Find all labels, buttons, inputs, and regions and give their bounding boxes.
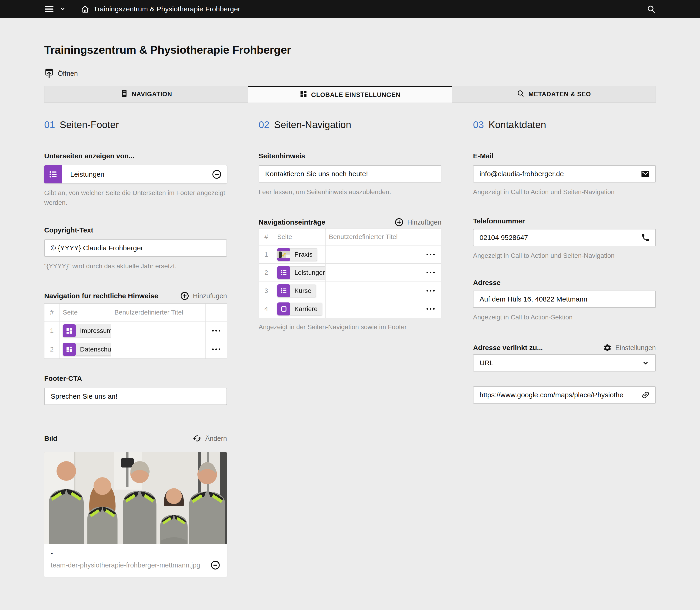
subpages-page-picker[interactable]: Leistungen bbox=[44, 165, 227, 183]
page-chip-label: Datenschutz bbox=[75, 343, 111, 356]
table-row: 2 Datenschutz bbox=[44, 340, 227, 358]
chevron-down-icon bbox=[641, 359, 650, 367]
add-nav-entry-button[interactable]: Hinzufügen bbox=[394, 218, 441, 227]
table-row: 3 Kurse bbox=[259, 282, 441, 300]
address-label: Adresse bbox=[473, 278, 656, 287]
nav-entries-table: # Seite Benutzerdefinierter Titel 1 bbox=[259, 228, 441, 318]
subpages-value: Leistungen bbox=[70, 171, 105, 178]
remove-circle-icon[interactable] bbox=[212, 169, 222, 179]
list-icon bbox=[277, 266, 290, 279]
phone-input[interactable] bbox=[473, 229, 656, 246]
address-link-label: Adresse verlinkt zu... bbox=[473, 343, 543, 352]
page-chip-karriere[interactable]: Karriere bbox=[277, 302, 322, 316]
col-num: # bbox=[259, 228, 274, 245]
address-link-settings-button[interactable]: Einstellungen bbox=[603, 343, 656, 352]
nav-entries-label: Navigationseinträge bbox=[259, 218, 325, 226]
phone-help: Angezeigt in Call to Action und Seiten-N… bbox=[473, 251, 656, 261]
col-custom-title: Benutzerdefinierter Titel bbox=[325, 228, 420, 245]
footer-cta-input[interactable] bbox=[44, 388, 227, 405]
table-row: 4 Karriere bbox=[259, 300, 441, 318]
column-kontaktdaten: 03Kontaktdaten E-Mail Angezeigt in Call … bbox=[473, 118, 656, 404]
settings-columns: 01Seiten-Footer Unterseiten anzeigen von… bbox=[44, 118, 656, 577]
section-title: 03Kontaktdaten bbox=[473, 118, 656, 131]
page-chip-kurse[interactable]: Kurse bbox=[277, 284, 316, 297]
page-chip-leistungen[interactable]: Leistungen bbox=[277, 266, 325, 279]
row-number: 1 bbox=[259, 245, 274, 263]
row-actions-button[interactable] bbox=[205, 321, 227, 340]
bild-label: Bild bbox=[44, 434, 58, 443]
change-image-button[interactable]: Ändern bbox=[193, 434, 227, 443]
seitenhinweis-group: Seitenhinweis Leer lassen, um Seitenhinw… bbox=[259, 152, 441, 197]
legal-nav-table: # Seite Benutzerdefinierter Titel 1 bbox=[44, 303, 227, 359]
hamburger-menu-icon[interactable] bbox=[44, 5, 54, 13]
add-legal-page-button[interactable]: Hinzufügen bbox=[180, 291, 227, 301]
list-icon bbox=[277, 284, 290, 297]
grid-icon bbox=[63, 324, 76, 337]
custom-title-cell[interactable] bbox=[325, 282, 420, 300]
row-actions-button[interactable] bbox=[420, 245, 441, 263]
home-icon[interactable] bbox=[80, 4, 90, 14]
tab-navigation[interactable]: NAVIGATION bbox=[44, 86, 248, 102]
open-site-button[interactable]: Öffnen bbox=[44, 68, 78, 79]
col-seite: Seite bbox=[59, 304, 111, 321]
topbar: Trainingszentrum & Physiotherapie Frohbe… bbox=[0, 0, 700, 18]
search-icon bbox=[517, 90, 525, 99]
page-chip-praxis[interactable]: Praxis bbox=[277, 248, 317, 261]
row-actions-button[interactable] bbox=[420, 263, 441, 282]
footer-cta-group: Footer-CTA bbox=[44, 374, 227, 405]
section-number: 01 bbox=[44, 119, 55, 130]
link-url-input[interactable] bbox=[473, 386, 656, 404]
table-header-row: # Seite Benutzerdefinierter Titel bbox=[44, 304, 227, 321]
tab-metadaten-seo[interactable]: METADATEN & SEO bbox=[452, 86, 656, 102]
footer-cta-label: Footer-CTA bbox=[44, 374, 227, 383]
link-icon[interactable] bbox=[641, 390, 650, 400]
team-photo-image bbox=[44, 452, 227, 544]
row-number: 2 bbox=[44, 340, 59, 358]
link-type-select[interactable]: URL bbox=[473, 354, 656, 371]
page-chip-label: Leistungen bbox=[289, 267, 325, 279]
seitenhinweis-input[interactable] bbox=[259, 165, 441, 182]
custom-title-cell[interactable] bbox=[325, 263, 420, 282]
phone-icon bbox=[641, 233, 650, 242]
column-seiten-footer: 01Seiten-Footer Unterseiten anzeigen von… bbox=[44, 118, 227, 577]
subpages-label: Unterseiten anzeigen von... bbox=[44, 152, 227, 160]
table-row: 1 Praxis bbox=[259, 245, 441, 263]
tab-globale-einstellungen[interactable]: GLOBALE EINSTELLUNGEN bbox=[248, 86, 452, 102]
section-number: 02 bbox=[259, 119, 270, 130]
email-input[interactable] bbox=[473, 165, 656, 182]
email-label: E-Mail bbox=[473, 152, 656, 160]
section-number: 03 bbox=[473, 119, 484, 130]
row-actions-button[interactable] bbox=[420, 282, 441, 300]
row-number: 2 bbox=[259, 263, 274, 282]
page-content: Trainingszentrum & Physiotherapie Frohbe… bbox=[0, 43, 700, 577]
open-external-icon bbox=[44, 68, 54, 79]
page-chip-impressum[interactable]: Impressum bbox=[63, 324, 111, 337]
list-icon bbox=[44, 165, 62, 183]
chevron-down-icon[interactable] bbox=[59, 5, 66, 13]
seitenhinweis-help: Leer lassen, um Seitenhinweis auszublend… bbox=[259, 187, 441, 197]
copyright-help: "{YYYY}" wird durch das aktuelle Jahr er… bbox=[44, 261, 227, 271]
custom-title-cell[interactable] bbox=[111, 340, 205, 358]
custom-title-cell[interactable] bbox=[325, 245, 420, 263]
page-chip-datenschutz[interactable]: Datenschutz bbox=[63, 343, 111, 356]
legal-nav-label: Navigation für rechtliche Hinweise bbox=[44, 292, 158, 300]
address-input[interactable] bbox=[473, 291, 656, 308]
image-caption-card: - team-der-physiotherapie-frohberger-met… bbox=[44, 544, 227, 577]
seitenhinweis-label: Seitenhinweis bbox=[259, 152, 441, 160]
row-actions-button[interactable] bbox=[420, 300, 441, 318]
search-icon[interactable] bbox=[647, 4, 656, 14]
address-group: Adresse Angezeigt in Call to Action-Sekt… bbox=[473, 278, 656, 322]
dashboard-icon bbox=[300, 90, 307, 100]
column-seiten-navigation: 02Seiten-Navigation Seitenhinweis Leer l… bbox=[259, 118, 441, 332]
phone-group: Telefonnummer Angezeigt in Call to Actio… bbox=[473, 217, 656, 261]
custom-title-cell[interactable] bbox=[325, 300, 420, 318]
subpages-help: Gibt an, von welcher Seite die Unterseit… bbox=[44, 188, 227, 208]
section-title: 02Seiten-Navigation bbox=[259, 118, 441, 131]
custom-title-cell[interactable] bbox=[111, 321, 205, 340]
row-actions-button[interactable] bbox=[205, 340, 227, 358]
remove-image-button[interactable] bbox=[210, 560, 221, 570]
address-help: Angezeigt in Call to Action-Sektion bbox=[473, 312, 656, 322]
photo-thumbnail bbox=[277, 248, 290, 261]
copyright-input[interactable] bbox=[44, 239, 227, 257]
col-actions bbox=[205, 304, 227, 321]
